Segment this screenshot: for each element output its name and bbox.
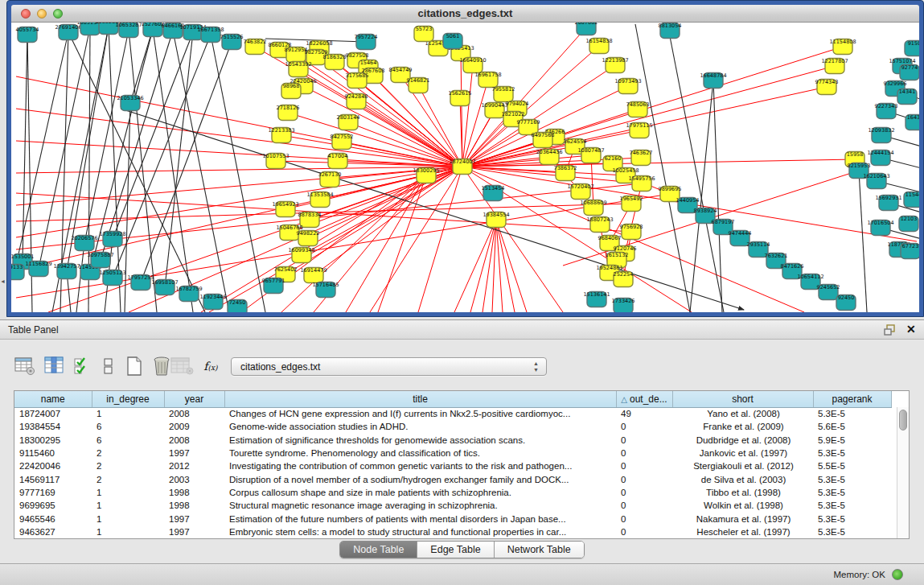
graph-node[interactable]: 39133 [11,264,24,280]
graph-node[interactable]: 16648784 [700,72,726,89]
table-row[interactable]: 946554611997Estimation of the future num… [14,512,891,525]
graph-node[interactable]: 18300295 [413,167,439,183]
graph-node[interactable]: 6497568 [532,132,555,148]
table-cell[interactable]: 0 [616,459,672,472]
table-row[interactable]: 1830029562008Estimation of significance … [14,434,891,447]
table-cell[interactable]: 1 [92,407,164,420]
table-cell[interactable]: 1 [92,486,164,499]
table-cell[interactable]: Tibbo et al. (1998) [672,486,813,499]
graph-node[interactable]: 19384554 [483,212,509,228]
tab-network-table[interactable]: Network Table [495,542,584,558]
table-cell[interactable]: Dudbridge et al. (2008) [672,434,813,447]
table-cell[interactable]: 1 [92,499,164,512]
graph-node[interactable]: 15692931 [875,195,901,211]
table-cell[interactable]: 9699695 [14,499,92,512]
table-cell[interactable]: 0 [616,434,672,447]
table-cell[interactable]: Structural magnetic resonance image aver… [224,499,616,512]
graph-node[interactable]: 15720407 [567,183,593,200]
graph-node[interactable]: 2803144 [337,114,360,130]
float-panel-icon[interactable] [884,323,897,336]
checklist-button[interactable] [71,354,95,378]
graph-node[interactable]: 15495756 [628,175,655,192]
scrollbar-thumb[interactable] [899,410,907,431]
graph-node[interactable]: 417004 [328,153,348,169]
graph-node[interactable]: 16154838 [585,38,612,54]
table-row[interactable]: 911546021997Tourette syndrome. Phenomeno… [14,447,891,459]
graph-node[interactable]: 4055734 [16,27,39,43]
graph-node[interactable]: 10688609 [580,200,606,216]
table-cell[interactable]: 0 [616,499,672,512]
table-cell[interactable]: 5.3E-5 [813,447,891,459]
graph-node[interactable]: 72450 [228,299,247,312]
table-cell[interactable]: 0 [616,447,672,459]
graph-node[interactable]: 17016504 [867,220,893,236]
graph-node[interactable]: 12217807 [821,58,848,74]
table-cell[interactable]: 1998 [164,499,224,512]
table-settings-button[interactable] [13,354,37,378]
table-row[interactable]: 977716911998Corpus callosum shape and si… [14,486,891,499]
table-row[interactable]: 969969511998Structural magnetic resonanc… [14,499,891,512]
memory-status-icon[interactable] [892,569,903,580]
table-cell[interactable]: 5.3E-5 [813,407,891,420]
graph-node[interactable]: 8813054 [659,23,682,39]
window-titlebar[interactable]: citations_edges.txt [11,5,919,23]
graph-node[interactable]: 7955812 [492,86,515,102]
graph-node[interactable]: 7957224 [355,34,378,50]
table-cell[interactable]: Hescheler et al. (1997) [672,525,813,538]
new-table-button[interactable] [122,354,146,378]
graph-node[interactable]: 9150 [905,40,919,56]
select-columns-button[interactable] [43,354,67,378]
network-canvas[interactable]: 1872400718300295193845547463822866012889… [11,23,919,312]
graph-node[interactable]: 21053346 [117,95,143,111]
graph-node[interactable]: 16958107 [151,279,178,295]
graph-node[interactable]: 7515526 [220,34,244,50]
graph-node[interactable]: 7463822 [244,39,267,55]
table-cell[interactable]: Embryonic stem cells: a model to study s… [224,525,616,538]
table-header-out_de[interactable]: △out_de... [616,391,672,407]
graph-node[interactable]: 17975115 [626,122,652,138]
graph-node[interactable]: 16435 [906,114,919,130]
table-cell[interactable]: 19384554 [14,420,92,433]
graph-node[interactable]: 10807487 [577,147,604,163]
graph-node[interactable]: 92450 [836,295,856,311]
table-cell[interactable]: Investigating the contribution of common… [224,459,616,472]
table-cell[interactable]: 18300295 [14,434,92,447]
graph-node[interactable]: 16099348 [288,247,314,263]
table-cell[interactable]: Changes of HCN gene expression and I(f) … [224,407,616,420]
table-cell[interactable]: Estimation of the future numbers of pati… [224,512,616,525]
graph-node[interactable]: 12103 [899,216,918,232]
table-cell[interactable]: 2008 [164,434,224,447]
graph-node[interactable]: 16782759 [175,286,202,302]
graph-node[interactable]: 15716485 [312,282,339,298]
table-cell[interactable]: 1997 [164,447,224,459]
graph-node[interactable]: 98968 [281,83,301,99]
graph-node[interactable]: 9774343 [815,79,839,95]
graph-node[interactable]: 10543392 [285,61,311,77]
graph-node[interactable]: 18724007 [449,159,475,175]
graph-node[interactable]: 1733426 [612,298,635,312]
close-panel-icon[interactable]: ✕ [906,323,916,336]
graph-node[interactable]: 14341 [897,89,917,105]
graph-node[interactable]: 30975887 [87,252,113,268]
table-cell[interactable]: 1997 [164,525,224,538]
table-cell[interactable]: 1997 [164,512,224,525]
table-cell[interactable]: Genome-wide association studies in ADHD. [224,420,616,433]
graph-node[interactable]: 12213383 [268,127,294,143]
table-cell[interactable]: Franke et al. (2009) [672,420,813,433]
table-cell[interactable]: Stergiakouli et al. (2012) [672,459,813,472]
graph-node[interactable]: 3267130 [318,171,342,187]
graph-node[interactable]: 3175685 [346,72,369,89]
graph-node[interactable]: 18807243 [586,216,613,233]
graph-node[interactable]: 10107553 [262,153,289,169]
graph-node[interactable]: 16961758 [474,72,501,88]
table-cell[interactable]: 0 [616,512,672,525]
graph-node[interactable]: 17957255 [127,274,154,290]
table-scrollpane[interactable]: namein_degreeyeartitle△out_de...shortpag… [14,390,910,539]
graph-node[interactable]: 11156829 [25,261,51,277]
table-cell[interactable]: 2 [92,472,164,485]
graph-node[interactable]: 8427552 [331,134,354,150]
table-row[interactable]: 2242004622012Investigating the contribut… [14,459,891,472]
table-cell[interactable]: Yano et al. (2008) [672,407,813,420]
table-cell[interactable]: 5.3E-5 [813,472,891,485]
table-cell[interactable]: de Silva et al. (2003) [672,472,813,485]
